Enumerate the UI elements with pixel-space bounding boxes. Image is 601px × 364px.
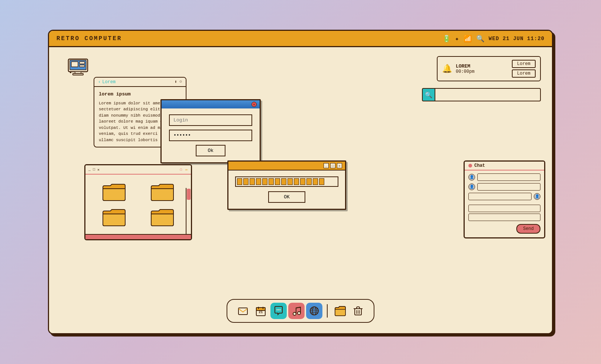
- login-close-button[interactable]: ✕: [251, 102, 257, 107]
- progress-body: OK: [228, 170, 345, 209]
- login-username-field[interactable]: [169, 114, 252, 126]
- svg-point-20: [293, 312, 296, 315]
- folder-3[interactable]: [93, 207, 135, 227]
- doc-share-icon[interactable]: ⬆: [175, 79, 177, 85]
- folder-4[interactable]: [141, 207, 183, 227]
- search-icon[interactable]: 🔍: [476, 35, 484, 43]
- chat-bubble-3: [468, 193, 532, 200]
- svg-rect-6: [79, 62, 85, 64]
- login-dialog: ✕ Ok: [160, 99, 261, 163]
- stripe-8: [281, 178, 286, 185]
- notif-btn-1[interactable]: Lorem: [512, 60, 536, 68]
- progress-maximize[interactable]: □: [330, 163, 335, 168]
- chat-title-dot: [468, 164, 472, 168]
- svg-point-18: [278, 309, 279, 311]
- svg-rect-7: [79, 65, 85, 67]
- file-toolbar-icons: ⌂ ✏: [180, 167, 188, 172]
- chat-bubble-2: [477, 183, 540, 191]
- chat-avatar-2: 👤: [468, 183, 475, 190]
- file-manager-window: _ □ ✕ ⌂ ✏: [84, 164, 192, 240]
- folder-2[interactable]: [141, 182, 183, 201]
- file-content-area: [85, 175, 191, 234]
- chat-avatar-1: 👤: [468, 174, 475, 181]
- battery-icon: 🔋: [442, 35, 451, 43]
- search-input[interactable]: [435, 88, 541, 101]
- desktop-icon[interactable]: [68, 58, 88, 77]
- file-scrollbar-thumb: [187, 189, 191, 200]
- chat-messages: 👤 👤 👤: [465, 170, 544, 203]
- notification-widget: 🔔 LOREM 00:00pm Lorem Lorem: [437, 56, 541, 81]
- stripe-10: [294, 178, 299, 185]
- svg-text:21: 21: [259, 311, 263, 314]
- notif-title: LOREM: [456, 64, 508, 69]
- taskbar-mail-icon[interactable]: [235, 303, 251, 319]
- stripe-9: [287, 178, 293, 185]
- file-scrollbar[interactable]: [186, 188, 191, 234]
- folder-icon-svg-1: [102, 182, 126, 201]
- wifi-icon: 📶: [464, 35, 472, 43]
- doc-titlebar: ‹ Lorem ⬆ ○: [94, 78, 186, 87]
- chat-input-area: Send: [465, 203, 544, 237]
- chat-msg-row-1: 👤: [468, 173, 540, 181]
- folder-icon-svg-3: [102, 207, 126, 227]
- stripe-11: [300, 178, 305, 185]
- taskbar-music-icon[interactable]: [288, 303, 305, 319]
- login-titlebar: ✕: [162, 100, 260, 108]
- doc-back-arrow[interactable]: ‹: [98, 79, 101, 85]
- taskbar-calendar-icon[interactable]: 21: [253, 303, 269, 319]
- stripe-2: [243, 178, 248, 185]
- chat-icon-svg: [273, 306, 284, 316]
- file-bottom-bar: [85, 234, 191, 239]
- stripe-3: [250, 178, 255, 185]
- stripe-1: [237, 178, 242, 185]
- chat-send-button[interactable]: Send: [516, 224, 540, 234]
- file-home-icon[interactable]: ⌂: [180, 167, 182, 172]
- search-button[interactable]: 🔍: [422, 88, 435, 101]
- chat-msg-row-3: 👤: [468, 193, 540, 200]
- chat-title-label: Chat: [474, 163, 485, 168]
- file-edit-icon[interactable]: ✏: [185, 167, 188, 172]
- svg-point-17: [277, 309, 278, 311]
- taskbar-globe-icon[interactable]: [306, 303, 322, 319]
- progress-bar-fill: [236, 177, 338, 186]
- progress-window: _ □ ✕: [227, 160, 346, 210]
- file-minimize-btn[interactable]: _: [88, 168, 91, 172]
- svg-rect-11: [238, 308, 247, 315]
- svg-rect-5: [71, 62, 78, 67]
- datetime-display: WED 21 JUN 11:20: [489, 36, 545, 42]
- svg-point-10: [70, 72, 71, 73]
- doc-nav: ‹ Lorem: [98, 79, 116, 85]
- doc-nav-label: Lorem: [102, 79, 116, 85]
- stripe-5: [262, 178, 267, 185]
- folder-icon-svg-2: [150, 182, 174, 201]
- stripe-14: [319, 178, 324, 185]
- login-password-field[interactable]: [169, 130, 252, 141]
- progress-ok-button[interactable]: OK: [268, 191, 305, 203]
- globe-icon-svg: [309, 306, 319, 316]
- bell-icon: 🔔: [442, 64, 452, 74]
- doc-close-icon[interactable]: ○: [179, 79, 182, 85]
- stripe-7: [275, 178, 280, 185]
- notif-btn-2[interactable]: Lorem: [512, 69, 536, 78]
- taskbar-chat-icon[interactable]: [270, 303, 287, 319]
- doc-title: lorem ipsum: [99, 91, 181, 98]
- chat-msg-row-2: 👤: [468, 183, 540, 191]
- file-close-btn[interactable]: ✕: [97, 168, 100, 172]
- progress-minimize[interactable]: _: [324, 163, 329, 168]
- progress-bar-container: [235, 176, 338, 187]
- folder-icon-svg-4: [150, 207, 174, 227]
- login-ok-button[interactable]: Ok: [196, 145, 225, 156]
- file-tb-left: _ □ ✕: [88, 168, 100, 172]
- computer-frame: RETRO COMPUTER 🔋 ✦ 📶 🔍 WED 21 JUN 11:20: [48, 30, 553, 334]
- folder-1[interactable]: [93, 182, 135, 201]
- notif-buttons: Lorem Lorem: [512, 60, 536, 78]
- title-bar-right: 🔋 ✦ 📶 🔍 WED 21 JUN 11:20: [442, 35, 545, 43]
- taskbar-folder-icon[interactable]: [332, 303, 348, 319]
- svg-rect-13: [256, 308, 265, 311]
- trash-icon-svg: [353, 306, 363, 316]
- progress-titlebar: _ □ ✕: [228, 162, 345, 170]
- taskbar-trash-icon[interactable]: [350, 303, 366, 319]
- taskbar-folder-svg: [335, 306, 346, 316]
- file-maximize-btn[interactable]: □: [93, 168, 95, 172]
- progress-close[interactable]: ✕: [337, 163, 342, 168]
